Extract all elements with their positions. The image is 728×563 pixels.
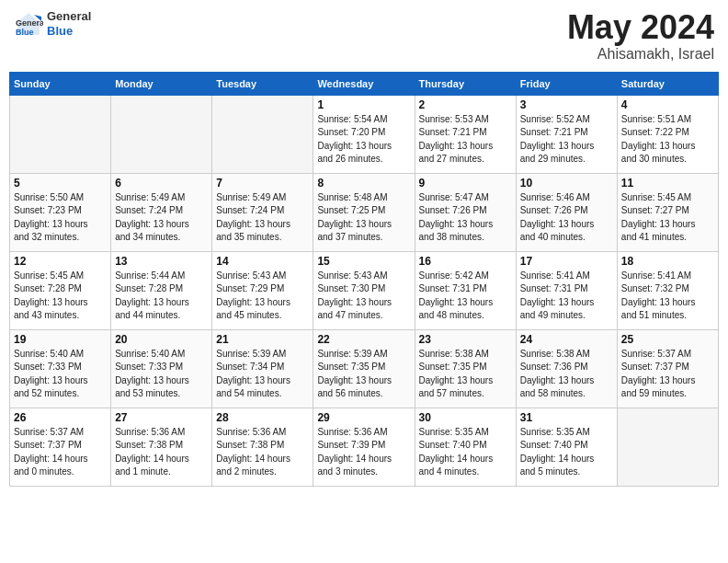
day-number: 20	[115, 333, 208, 346]
calendar-cell: 22Sunrise: 5:39 AM Sunset: 7:35 PM Dayli…	[313, 329, 415, 408]
day-number: 29	[317, 411, 410, 424]
day-info: Sunrise: 5:37 AM Sunset: 7:37 PM Dayligh…	[14, 426, 107, 479]
day-number: 14	[216, 255, 309, 268]
calendar-cell: 28Sunrise: 5:36 AM Sunset: 7:38 PM Dayli…	[212, 408, 313, 486]
calendar-week-row-2: 5Sunrise: 5:50 AM Sunset: 7:23 PM Daylig…	[10, 173, 719, 251]
location-title: Ahisamakh, Israel	[567, 46, 714, 63]
calendar-week-row-4: 19Sunrise: 5:40 AM Sunset: 7:33 PM Dayli…	[10, 329, 719, 408]
calendar-cell: 29Sunrise: 5:36 AM Sunset: 7:39 PM Dayli…	[313, 408, 415, 486]
day-number: 15	[317, 255, 410, 268]
day-number: 31	[520, 411, 613, 424]
day-number: 27	[115, 411, 208, 424]
calendar-cell: 27Sunrise: 5:36 AM Sunset: 7:38 PM Dayli…	[111, 408, 212, 486]
calendar-cell: 3Sunrise: 5:52 AM Sunset: 7:21 PM Daylig…	[516, 95, 617, 173]
calendar-cell: 30Sunrise: 5:35 AM Sunset: 7:40 PM Dayli…	[415, 408, 516, 486]
day-info: Sunrise: 5:36 AM Sunset: 7:39 PM Dayligh…	[317, 426, 410, 479]
day-number: 11	[621, 177, 714, 190]
svg-text:Blue: Blue	[16, 28, 34, 37]
day-number: 1	[317, 98, 410, 111]
calendar-cell: 8Sunrise: 5:48 AM Sunset: 7:25 PM Daylig…	[313, 173, 415, 251]
calendar-header-wednesday: Wednesday	[313, 72, 415, 95]
calendar-cell: 15Sunrise: 5:43 AM Sunset: 7:30 PM Dayli…	[313, 251, 415, 329]
day-info: Sunrise: 5:43 AM Sunset: 7:29 PM Dayligh…	[216, 270, 309, 323]
calendar-table: SundayMondayTuesdayWednesdayThursdayFrid…	[9, 72, 719, 487]
calendar-week-row-3: 12Sunrise: 5:45 AM Sunset: 7:28 PM Dayli…	[10, 251, 719, 329]
day-number: 2	[419, 98, 512, 111]
day-info: Sunrise: 5:40 AM Sunset: 7:33 PM Dayligh…	[14, 348, 107, 401]
day-number: 12	[14, 255, 107, 268]
day-info: Sunrise: 5:40 AM Sunset: 7:33 PM Dayligh…	[115, 348, 208, 401]
day-number: 25	[621, 333, 714, 346]
day-number: 7	[216, 177, 309, 190]
logo-blue-text: Blue	[47, 24, 91, 39]
calendar-cell: 18Sunrise: 5:41 AM Sunset: 7:32 PM Dayli…	[617, 251, 718, 329]
day-info: Sunrise: 5:36 AM Sunset: 7:38 PM Dayligh…	[115, 426, 208, 479]
calendar-cell: 31Sunrise: 5:35 AM Sunset: 7:40 PM Dayli…	[516, 408, 617, 486]
day-info: Sunrise: 5:38 AM Sunset: 7:35 PM Dayligh…	[419, 348, 512, 401]
day-info: Sunrise: 5:45 AM Sunset: 7:28 PM Dayligh…	[14, 270, 107, 323]
calendar-cell: 6Sunrise: 5:49 AM Sunset: 7:24 PM Daylig…	[111, 173, 212, 251]
day-info: Sunrise: 5:54 AM Sunset: 7:20 PM Dayligh…	[317, 113, 410, 167]
calendar-cell: 1Sunrise: 5:54 AM Sunset: 7:20 PM Daylig…	[313, 95, 415, 173]
day-number: 22	[317, 333, 410, 346]
day-number: 8	[317, 177, 410, 190]
day-number: 9	[419, 177, 512, 190]
day-info: Sunrise: 5:49 AM Sunset: 7:24 PM Dayligh…	[216, 191, 309, 245]
calendar-cell: 7Sunrise: 5:49 AM Sunset: 7:24 PM Daylig…	[212, 173, 313, 251]
day-number: 23	[419, 333, 512, 346]
calendar-header-thursday: Thursday	[415, 72, 516, 95]
calendar-cell: 2Sunrise: 5:53 AM Sunset: 7:21 PM Daylig…	[415, 95, 516, 173]
day-info: Sunrise: 5:35 AM Sunset: 7:40 PM Dayligh…	[520, 426, 613, 479]
month-title: May 2024	[567, 9, 714, 46]
day-info: Sunrise: 5:41 AM Sunset: 7:31 PM Dayligh…	[520, 270, 613, 323]
svg-text:General: General	[16, 18, 43, 28]
calendar-cell: 9Sunrise: 5:47 AM Sunset: 7:26 PM Daylig…	[415, 173, 516, 251]
day-info: Sunrise: 5:38 AM Sunset: 7:36 PM Dayligh…	[520, 348, 613, 401]
day-number: 17	[520, 255, 613, 268]
calendar-cell: 25Sunrise: 5:37 AM Sunset: 7:37 PM Dayli…	[617, 329, 718, 408]
calendar-header-tuesday: Tuesday	[212, 72, 313, 95]
calendar-cell: 21Sunrise: 5:39 AM Sunset: 7:34 PM Dayli…	[212, 329, 313, 408]
calendar-header-friday: Friday	[516, 72, 617, 95]
calendar-cell: 24Sunrise: 5:38 AM Sunset: 7:36 PM Dayli…	[516, 329, 617, 408]
calendar-cell: 4Sunrise: 5:51 AM Sunset: 7:22 PM Daylig…	[617, 95, 718, 173]
calendar-cell: 12Sunrise: 5:45 AM Sunset: 7:28 PM Dayli…	[10, 251, 111, 329]
day-number: 30	[419, 411, 512, 424]
day-info: Sunrise: 5:44 AM Sunset: 7:28 PM Dayligh…	[115, 270, 208, 323]
day-info: Sunrise: 5:42 AM Sunset: 7:31 PM Dayligh…	[419, 270, 512, 323]
logo-icon: General Blue	[14, 9, 43, 39]
day-info: Sunrise: 5:37 AM Sunset: 7:37 PM Dayligh…	[621, 348, 714, 401]
day-info: Sunrise: 5:51 AM Sunset: 7:22 PM Dayligh…	[621, 113, 714, 167]
calendar-cell: 26Sunrise: 5:37 AM Sunset: 7:37 PM Dayli…	[10, 408, 111, 486]
calendar-header-sunday: Sunday	[10, 72, 111, 95]
calendar-cell	[10, 95, 111, 173]
day-number: 16	[419, 255, 512, 268]
calendar-cell: 20Sunrise: 5:40 AM Sunset: 7:33 PM Dayli…	[111, 329, 212, 408]
day-info: Sunrise: 5:50 AM Sunset: 7:23 PM Dayligh…	[14, 191, 107, 245]
day-number: 13	[115, 255, 208, 268]
day-number: 28	[216, 411, 309, 424]
day-info: Sunrise: 5:36 AM Sunset: 7:38 PM Dayligh…	[216, 426, 309, 479]
day-info: Sunrise: 5:39 AM Sunset: 7:34 PM Dayligh…	[216, 348, 309, 401]
day-info: Sunrise: 5:48 AM Sunset: 7:25 PM Dayligh…	[317, 191, 410, 245]
day-number: 26	[14, 411, 107, 424]
calendar-cell: 16Sunrise: 5:42 AM Sunset: 7:31 PM Dayli…	[415, 251, 516, 329]
day-info: Sunrise: 5:39 AM Sunset: 7:35 PM Dayligh…	[317, 348, 410, 401]
day-number: 19	[14, 333, 107, 346]
day-number: 10	[520, 177, 613, 190]
calendar-cell: 11Sunrise: 5:45 AM Sunset: 7:27 PM Dayli…	[617, 173, 718, 251]
page-header: General Blue General Blue May 2024 Ahisa…	[9, 9, 719, 63]
calendar-week-row-1: 1Sunrise: 5:54 AM Sunset: 7:20 PM Daylig…	[10, 95, 719, 173]
day-info: Sunrise: 5:52 AM Sunset: 7:21 PM Dayligh…	[520, 113, 613, 167]
day-info: Sunrise: 5:41 AM Sunset: 7:32 PM Dayligh…	[621, 270, 714, 323]
day-number: 18	[621, 255, 714, 268]
title-block: May 2024 Ahisamakh, Israel	[567, 9, 714, 63]
day-number: 3	[520, 98, 613, 111]
day-info: Sunrise: 5:53 AM Sunset: 7:21 PM Dayligh…	[419, 113, 512, 167]
calendar-cell: 19Sunrise: 5:40 AM Sunset: 7:33 PM Dayli…	[10, 329, 111, 408]
calendar-cell	[212, 95, 313, 173]
calendar-cell: 14Sunrise: 5:43 AM Sunset: 7:29 PM Dayli…	[212, 251, 313, 329]
day-number: 5	[14, 177, 107, 190]
calendar-header-monday: Monday	[111, 72, 212, 95]
logo: General Blue General Blue	[14, 9, 91, 39]
